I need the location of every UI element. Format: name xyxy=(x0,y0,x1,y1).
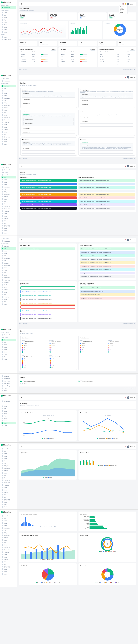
checkbox-input[interactable] xyxy=(22,349,23,350)
sidebar-item-progress[interactable]: Progress xyxy=(1,281,16,284)
export-button[interactable]: Export ▾ xyxy=(130,49,135,50)
sidebar-item-collapse[interactable]: Collapse xyxy=(1,262,16,264)
sidebar-item-forms[interactable]: Forms xyxy=(1,338,16,341)
sidebar-item[interactable]: Forms xyxy=(1,405,16,408)
checkbox-row[interactable]: Ask xyxy=(49,366,75,368)
language-dropdown[interactable]: German Italian Spanish Russian Japan xyxy=(119,5,128,14)
sidebar-item-avatar[interactable]: Avatar xyxy=(1,178,16,181)
sidebar-item-collapse[interactable]: Collapse xyxy=(1,532,16,534)
accordion-item[interactable]: Accordion #3 xyxy=(80,150,133,154)
radio-input[interactable] xyxy=(49,364,51,366)
checkbox-row[interactable]: Yahoo xyxy=(22,347,48,348)
sidebar-item[interactable]: Pages xyxy=(1,387,16,390)
sidebar-item-dashboard[interactable]: Dashboard xyxy=(1,240,16,242)
sidebar-item-card[interactable]: Card xyxy=(1,260,16,262)
sidebar-item-cards[interactable]: Cards xyxy=(1,422,16,424)
sidebar-item-dropdowns[interactable]: Dropdowns xyxy=(1,104,16,106)
sidebar-item-tooltip[interactable]: Tooltip xyxy=(1,138,16,140)
sidebar-item-scroll[interactable]: Scroll xyxy=(1,486,16,489)
sidebar-item-alert[interactable]: Alert xyxy=(1,247,16,250)
sidebar-item-placeholder[interactable]: Placeholder xyxy=(1,548,16,551)
alert-link[interactable]: Info alert! You should check in Click He… xyxy=(80,293,135,296)
sidebar-item-video[interactable]: Video xyxy=(1,300,16,303)
sidebar-item-card[interactable]: Card xyxy=(1,188,16,190)
checkbox-row[interactable]: Bing xyxy=(49,364,75,366)
accordion-item[interactable]: Accordion #1This is the first item's acc… xyxy=(22,92,75,98)
checkbox-input[interactable] xyxy=(22,364,23,366)
sidebar-item-progress[interactable]: Progress xyxy=(1,121,16,124)
sidebar-item-tooltip[interactable]: Tooltip xyxy=(1,501,16,503)
sidebar-item-modal[interactable]: Modal xyxy=(1,476,16,479)
sidebar-item-tooltip[interactable]: Tooltip xyxy=(1,298,16,300)
sidebar-item-list[interactable]: List xyxy=(1,14,16,16)
accordion-item[interactable]: Accordion #3 xyxy=(22,130,75,134)
sidebar-item-element[interactable]: Element xyxy=(1,539,16,541)
sidebar-item[interactable]: Tables xyxy=(1,410,16,412)
sidebar-item-dividers[interactable]: Dividers xyxy=(1,536,16,539)
checkbox-row[interactable]: Yahoo xyxy=(80,347,106,348)
accordion-item[interactable]: Accordion #3 xyxy=(80,124,133,126)
radio-input[interactable] xyxy=(80,345,81,346)
sidebar-item-breadcrumb[interactable]: Breadcrumb xyxy=(1,257,16,260)
checkbox-row[interactable]: Google xyxy=(49,360,75,362)
sidebar-item-button[interactable]: Button xyxy=(1,254,16,257)
sidebar-item[interactable]: Date Picker xyxy=(1,380,16,382)
sidebar-item-breadcrumb[interactable]: Breadcrumb xyxy=(1,460,16,462)
sidebar-item-dropdowns[interactable]: Dropdowns xyxy=(1,534,16,536)
radio-input[interactable] xyxy=(80,343,81,344)
sidebar-item-avatar[interactable]: Avatar xyxy=(1,452,16,455)
lang-option[interactable]: Russian xyxy=(120,10,127,12)
sidebar-item-video[interactable]: Video xyxy=(1,229,16,232)
sidebar-item-accordion[interactable]: Accordion xyxy=(1,245,16,247)
sidebar-item-spinner[interactable]: Spinner xyxy=(1,128,16,131)
checkbox-input[interactable] xyxy=(22,360,23,362)
radio-input[interactable] xyxy=(49,358,51,360)
checkbox-input[interactable] xyxy=(22,341,23,342)
checkbox-row[interactable]: Ask xyxy=(22,351,48,352)
sidebar-item-alert[interactable]: Alert xyxy=(1,176,16,178)
sidebar-item-switch[interactable]: Switch xyxy=(1,131,16,133)
switch-row[interactable]: Security guards present xyxy=(20,380,77,382)
sidebar-item-card[interactable]: Card xyxy=(1,99,16,102)
radio-input[interactable] xyxy=(80,341,81,342)
sidebar-item-steps[interactable]: Steps xyxy=(1,556,16,558)
sidebar-item-element[interactable]: Element xyxy=(1,109,16,111)
sidebar-item-switch[interactable]: Switch xyxy=(1,494,16,496)
sidebar-item-dashboard[interactable]: Dashboard xyxy=(1,6,16,9)
sidebar-item-scroll[interactable]: Scroll xyxy=(1,284,16,286)
sidebar-item-email[interactable]: Email xyxy=(1,31,16,33)
sidebar-item-card[interactable]: Card xyxy=(1,529,16,532)
checkbox-row[interactable]: Yahoo xyxy=(22,362,48,364)
radio-input[interactable] xyxy=(49,366,51,368)
sidebar-item-tables[interactable]: Tables xyxy=(1,16,16,19)
checkbox-row[interactable]: Bing xyxy=(22,364,48,366)
checkbox-input[interactable] xyxy=(22,362,23,364)
menu-toggle-icon[interactable]: ☰ xyxy=(21,3,22,5)
radio-input[interactable] xyxy=(80,347,81,348)
sidebar-item-modal[interactable]: Modal xyxy=(1,274,16,276)
sidebar-item-dashboard[interactable]: Dashboard xyxy=(1,168,16,171)
checkbox-row[interactable]: Ask xyxy=(22,366,48,368)
sidebar-item-avatar[interactable]: Avatar xyxy=(1,250,16,252)
brand-logo[interactable]: FluxAdmin xyxy=(1,75,16,76)
sidebar-item-icons[interactable]: Icons xyxy=(1,26,16,28)
accordion-item[interactable]: Accordion #2This is the first item's acc… xyxy=(80,144,133,150)
sidebar-item-element[interactable]: Element xyxy=(1,472,16,474)
sidebar-item-placeholder[interactable]: Placeholder xyxy=(1,482,16,484)
sidebar-item-maps[interactable]: Maps xyxy=(1,19,16,21)
alert-link[interactable]: Primary alert! You should check in Click… xyxy=(80,286,135,289)
sidebar-item-tab[interactable]: Tab xyxy=(1,133,16,136)
sidebar-item-badge[interactable]: Badge xyxy=(1,181,16,183)
sidebar-item-spinner[interactable]: Spinner xyxy=(1,288,16,291)
sidebar-item-badge[interactable]: Badge xyxy=(1,252,16,254)
sidebar-item-breadcrumb[interactable]: Breadcrumb xyxy=(1,186,16,188)
sidebar-item[interactable]: Email xyxy=(1,358,16,360)
sidebar-item-pagination[interactable]: Pagination xyxy=(1,479,16,482)
switch-toggle[interactable] xyxy=(20,383,23,384)
alert-link[interactable]: Danger alert! You should check in Click … xyxy=(80,297,135,300)
sidebar-item-spinner[interactable]: Spinner xyxy=(1,217,16,220)
radio-input[interactable] xyxy=(49,362,51,364)
sidebar-item-element[interactable]: Element xyxy=(1,269,16,272)
sidebar-item-chart[interactable]: Chart xyxy=(1,303,16,306)
sidebar-item[interactable]: Cards xyxy=(1,356,16,358)
